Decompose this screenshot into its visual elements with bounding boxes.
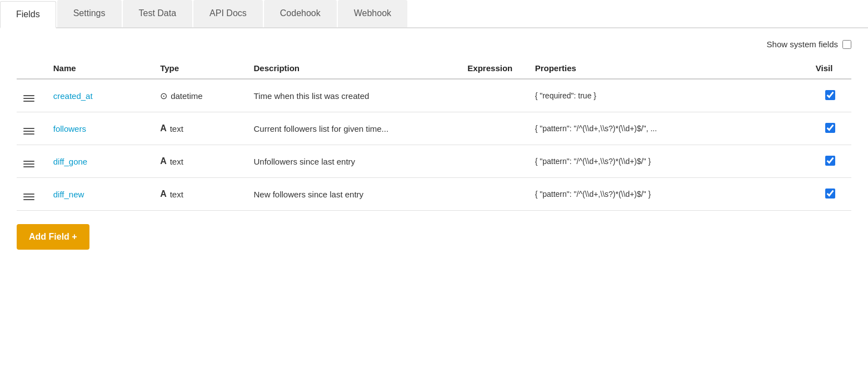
type-label: datetime	[171, 91, 203, 101]
col-header-drag	[17, 58, 49, 79]
type-icon: ⊙	[160, 91, 167, 101]
expression-cell	[463, 112, 530, 145]
table-header-row: Name Type Description Expression Propert…	[17, 58, 851, 79]
type-icon: A	[160, 123, 167, 133]
properties-cell: { "pattern": "/^(\\d+,\\s?)*(\\d+)$/", .…	[531, 112, 811, 145]
properties-cell: { "required": true }	[531, 79, 811, 112]
description-cell: Current followers list for given time...	[250, 112, 463, 145]
type-label: text	[170, 124, 183, 133]
drag-handle[interactable]	[21, 127, 37, 136]
description-cell: Unfollowers since last entry	[250, 145, 463, 178]
visible-cell	[811, 178, 851, 211]
expression-cell	[463, 79, 530, 112]
col-header-type: Type	[156, 58, 249, 79]
field-name-link[interactable]: diff_gone	[53, 157, 87, 166]
type-cell: ⊙ datetime	[160, 91, 242, 101]
fields-table: Name Type Description Expression Propert…	[17, 58, 851, 211]
table-row: diff_gone A text Unfollowers since last …	[17, 145, 851, 178]
type-cell: A text	[160, 189, 242, 199]
show-system-fields-label: Show system fields	[767, 39, 838, 49]
main-content: Show system fields Name Type Description…	[0, 39, 868, 266]
type-cell: A text	[160, 123, 242, 133]
field-name-link[interactable]: diff_new	[53, 190, 84, 199]
drag-handle[interactable]	[21, 192, 37, 201]
col-header-description: Description	[250, 58, 463, 79]
tab-codehook[interactable]: Codehook	[264, 0, 337, 27]
col-header-visible: Visil	[811, 58, 851, 79]
table-row: followers A text Current followers list …	[17, 112, 851, 145]
expression-cell	[463, 145, 530, 178]
field-name-link[interactable]: created_at	[53, 91, 93, 101]
drag-handle[interactable]	[21, 94, 37, 103]
visible-checkbox[interactable]	[825, 188, 835, 199]
type-label: text	[170, 190, 183, 199]
type-icon: A	[160, 156, 167, 166]
tab-test-data[interactable]: Test Data	[123, 0, 193, 27]
drag-handle[interactable]	[21, 160, 37, 168]
tab-settings[interactable]: Settings	[57, 0, 122, 27]
description-cell: New followers since last entry	[250, 178, 463, 211]
field-name-link[interactable]: followers	[53, 124, 86, 133]
add-field-button[interactable]: Add Field +	[17, 224, 89, 250]
col-header-expression: Expression	[463, 58, 530, 79]
type-cell: A text	[160, 156, 242, 166]
visible-checkbox[interactable]	[825, 90, 835, 100]
type-icon: A	[160, 189, 167, 199]
expression-cell	[463, 178, 530, 211]
visible-cell	[811, 112, 851, 145]
col-header-name: Name	[49, 58, 156, 79]
visible-checkbox[interactable]	[825, 123, 835, 133]
tab-bar: Fields Settings Test Data API Docs Codeh…	[0, 0, 868, 28]
description-cell: Time when this list was created	[250, 79, 463, 112]
tab-fields[interactable]: Fields	[0, 1, 56, 28]
toolbar: Show system fields	[17, 39, 851, 49]
show-system-fields-checkbox[interactable]	[842, 40, 851, 49]
properties-cell: { "pattern": "/^(\\d+,\\s?)*(\\d+)$/" }	[531, 178, 811, 211]
visible-cell	[811, 145, 851, 178]
table-row: created_at ⊙ datetime Time when this lis…	[17, 79, 851, 112]
tab-webhook[interactable]: Webhook	[338, 0, 407, 27]
visible-checkbox[interactable]	[825, 156, 835, 166]
properties-cell: { "pattern": "/^(\\d+,\\s?)*(\\d+)$/" }	[531, 145, 811, 178]
visible-cell	[811, 79, 851, 112]
col-header-properties: Properties	[531, 58, 811, 79]
type-label: text	[170, 157, 183, 166]
table-row: diff_new A text New followers since last…	[17, 178, 851, 211]
tab-api-docs[interactable]: API Docs	[193, 0, 263, 27]
